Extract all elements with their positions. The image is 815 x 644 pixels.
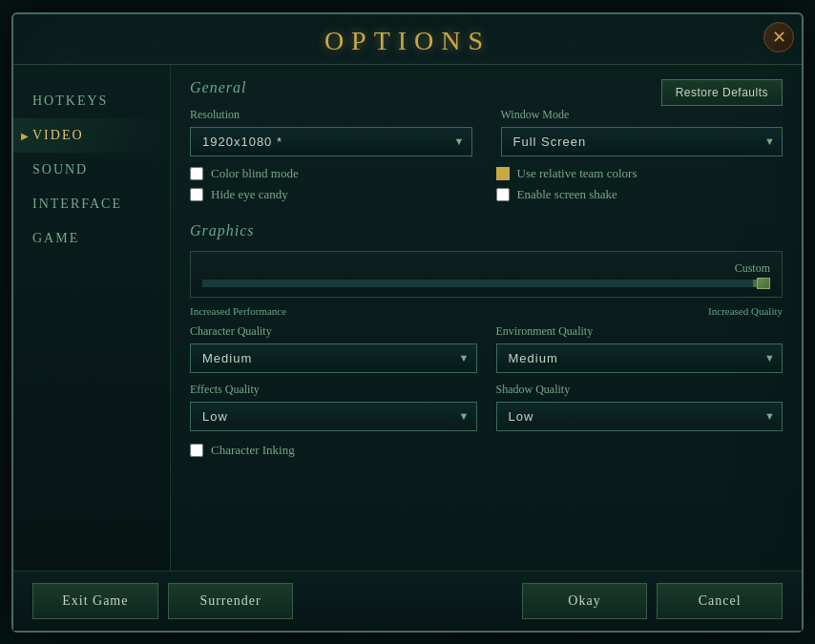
effects-quality-select-wrapper: Low Medium High Very High ▼	[190, 402, 477, 431]
window-mode-group: Window Mode Full Screen Windowed Borderl…	[501, 108, 784, 156]
quality-slider-container: Custom	[190, 251, 783, 298]
character-quality-group: Character Quality Low Medium High Very H…	[190, 324, 477, 373]
sidebar-item-video[interactable]: VIDEO	[13, 118, 170, 153]
quality-label-row: Custom	[202, 261, 770, 276]
options-modal: OPTIONS ✕ HOTKEYS VIDEO SOUND INTERFACE	[11, 12, 804, 633]
effects-quality-group: Effects Quality Low Medium High Very Hig…	[190, 383, 477, 431]
screen-shake-label: Enable screen shake	[517, 187, 617, 202]
right-checkboxes: Use relative team colors Enable screen s…	[496, 166, 784, 208]
modal-body: HOTKEYS VIDEO SOUND INTERFACE GAME Resto…	[13, 65, 802, 571]
surrender-button[interactable]: Surrender	[168, 583, 294, 619]
color-blind-checkbox[interactable]	[190, 167, 203, 180]
left-quality-col: Character Quality Low Medium High Very H…	[190, 324, 477, 431]
resolution-windowmode-row: Resolution 1920x1080 * 1280x720 1024x768…	[190, 108, 783, 156]
resolution-select[interactable]: 1920x1080 * 1280x720 1024x768	[190, 127, 472, 156]
color-blind-label: Color blind mode	[211, 166, 299, 181]
hide-eye-candy-checkbox[interactable]	[190, 188, 203, 201]
environment-quality-select-wrapper: Low Medium High Very High ▼	[496, 343, 784, 373]
resolution-select-wrapper: 1920x1080 * 1280x720 1024x768 ▼	[190, 127, 472, 156]
modal-header: OPTIONS ✕	[13, 14, 802, 65]
hide-eye-candy-row: Hide eye candy	[190, 187, 477, 202]
sidebar-item-hotkeys[interactable]: HOTKEYS	[13, 84, 170, 118]
window-mode-label: Window Mode	[501, 108, 784, 122]
quality-slider-track[interactable]	[202, 280, 770, 287]
character-quality-select-wrapper: Low Medium High Very High ▼	[190, 343, 477, 373]
modal-title: OPTIONS	[324, 26, 491, 55]
character-inking-label: Character Inking	[211, 443, 295, 458]
effects-quality-label: Effects Quality	[190, 383, 477, 397]
window-mode-select-wrapper: Full Screen Windowed Borderless ▼	[501, 127, 784, 156]
increased-quality-label: Increased Quality	[708, 305, 783, 317]
shadow-quality-group: Shadow Quality Low Medium High Very High…	[496, 383, 784, 431]
color-blind-row: Color blind mode	[190, 166, 477, 181]
sidebar-item-game[interactable]: GAME	[13, 221, 170, 256]
restore-defaults-button[interactable]: Restore Defaults	[661, 79, 783, 106]
resolution-group: Resolution 1920x1080 * 1280x720 1024x768…	[190, 108, 472, 156]
team-colors-icon	[496, 167, 510, 180]
character-inking-checkbox[interactable]	[190, 444, 203, 457]
exit-game-button[interactable]: Exit Game	[32, 583, 158, 619]
checkboxes-row: Color blind mode Hide eye candy Use rela…	[190, 166, 783, 208]
footer-spacer	[303, 583, 512, 619]
shadow-quality-select-wrapper: Low Medium High Very High ▼	[496, 402, 784, 431]
right-quality-col: Environment Quality Low Medium High Very…	[496, 324, 784, 431]
environment-quality-select[interactable]: Low Medium High Very High	[496, 343, 784, 373]
close-button[interactable]: ✕	[763, 22, 794, 52]
hide-eye-candy-label: Hide eye candy	[211, 187, 288, 202]
resolution-label: Resolution	[190, 108, 472, 122]
graphics-section-title: Graphics	[190, 222, 783, 239]
character-quality-select[interactable]: Low Medium High Very High	[190, 343, 477, 373]
quality-endpoints: Increased Performance Increased Quality	[190, 305, 783, 317]
character-quality-label: Character Quality	[190, 324, 477, 339]
quality-slider-thumb[interactable]	[757, 278, 770, 289]
environment-quality-group: Environment Quality Low Medium High Very…	[496, 324, 784, 373]
relative-team-colors-row: Use relative team colors	[496, 166, 784, 181]
okay-button[interactable]: Okay	[522, 583, 648, 619]
effects-quality-select[interactable]: Low Medium High Very High	[190, 402, 477, 431]
modal-overlay: OPTIONS ✕ HOTKEYS VIDEO SOUND INTERFACE	[0, 0, 815, 644]
main-content: Restore Defaults General Resolution 1920…	[171, 65, 802, 571]
quality-preset-label: Custom	[735, 261, 770, 276]
left-checkboxes: Color blind mode Hide eye candy	[190, 166, 477, 208]
shadow-quality-select[interactable]: Low Medium High Very High	[496, 402, 784, 431]
increased-performance-label: Increased Performance	[190, 305, 286, 317]
cancel-button[interactable]: Cancel	[657, 583, 783, 619]
window-mode-select[interactable]: Full Screen Windowed Borderless	[501, 127, 784, 156]
sidebar-item-interface[interactable]: INTERFACE	[13, 187, 170, 221]
character-inking-row: Character Inking	[190, 443, 783, 458]
sidebar-item-sound[interactable]: SOUND	[13, 153, 170, 187]
screen-shake-checkbox[interactable]	[496, 188, 510, 201]
environment-quality-label: Environment Quality	[496, 324, 784, 339]
screen-shake-row: Enable screen shake	[496, 187, 784, 202]
shadow-quality-label: Shadow Quality	[496, 383, 784, 397]
relative-team-colors-label: Use relative team colors	[517, 166, 637, 181]
modal-footer: Exit Game Surrender Okay Cancel	[13, 571, 802, 631]
sidebar: HOTKEYS VIDEO SOUND INTERFACE GAME	[13, 65, 171, 571]
quality-grid: Character Quality Low Medium High Very H…	[190, 324, 783, 431]
graphics-section: Graphics Custom Increased Performance In…	[190, 222, 783, 458]
